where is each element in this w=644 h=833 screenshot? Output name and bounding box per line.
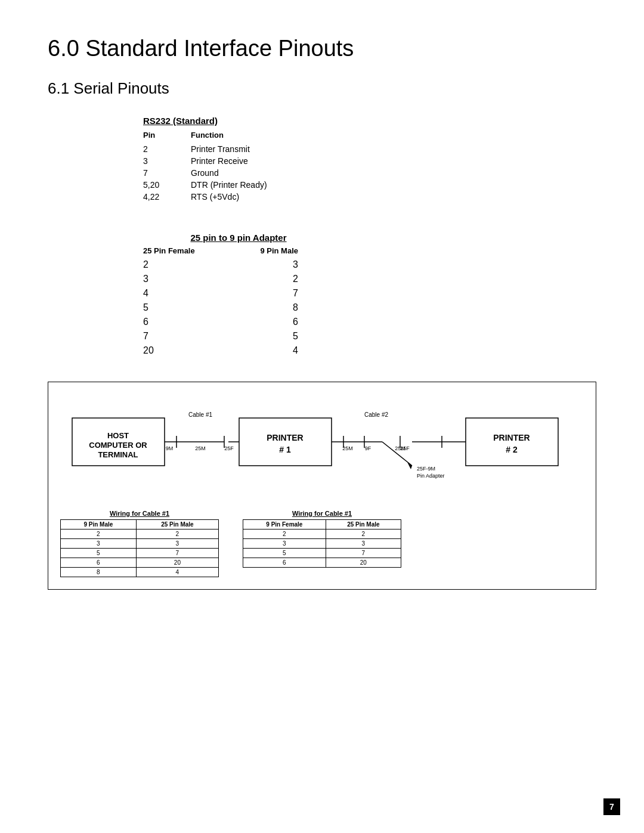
- adapter-col1: 4: [143, 288, 227, 299]
- adapter-rows: 233247586675204: [143, 258, 334, 358]
- wiring-row: 33: [243, 539, 401, 549]
- svg-text:9F: 9F: [365, 445, 371, 451]
- wiring-row: 620: [243, 558, 401, 568]
- adapter-col1-header: 25 Pin Female: [143, 246, 227, 255]
- adapter-row: 75: [143, 329, 334, 343]
- adapter-row: 66: [143, 315, 334, 329]
- wiring-cable1-table: 9 Pin Male 25 Pin Male 22335762084: [60, 519, 219, 577]
- adapter-section: 25 pin to 9 pin Adapter 25 Pin Female 9 …: [143, 233, 596, 358]
- svg-text:9M: 9M: [166, 445, 174, 451]
- adapter-headers: 25 Pin Female 9 Pin Male: [143, 246, 334, 255]
- main-title: 6.0 Standard Interface Pinouts: [48, 36, 596, 61]
- svg-text:PRINTER: PRINTER: [493, 433, 530, 442]
- svg-marker-25: [407, 462, 412, 469]
- section-title: 6.1 Serial Pinouts: [48, 79, 596, 98]
- rs232-pin: 5,20: [143, 179, 191, 191]
- diagram-svg: HOST COMPUTER OR TERMINAL Cable #1 9M 25…: [60, 400, 597, 496]
- wiring-row: 57: [243, 549, 401, 558]
- adapter-col1: 7: [143, 331, 227, 342]
- svg-text:COMPUTER OR: COMPUTER OR: [89, 441, 147, 450]
- rs232-section: RS232 (Standard) Pin Function 2Printer T…: [143, 116, 596, 203]
- rs232-function: DTR (Printer Ready): [191, 179, 394, 191]
- adapter-col2: 4: [227, 345, 298, 356]
- page-number: 7: [603, 798, 620, 815]
- wiring-row: 84: [61, 568, 219, 577]
- rs232-title: RS232 (Standard): [143, 116, 596, 126]
- svg-text:25F-9M: 25F-9M: [417, 466, 435, 472]
- page: 6.0 Standard Interface Pinouts 6.1 Seria…: [0, 0, 644, 833]
- adapter-row: 23: [143, 258, 334, 272]
- adapter-col1: 6: [143, 317, 227, 327]
- rs232-function: Printer Transmit: [191, 143, 394, 155]
- adapter-col2-header: 9 Pin Male: [227, 246, 298, 255]
- adapter-title: 25 pin to 9 pin Adapter: [143, 233, 334, 243]
- svg-text:25F: 25F: [400, 445, 410, 451]
- adapter-col2: 2: [227, 274, 298, 284]
- svg-text:25M: 25M: [195, 445, 206, 451]
- rs232-pin: 3: [143, 155, 191, 167]
- rs232-function: Printer Receive: [191, 155, 394, 167]
- rs232-table: Pin Function 2Printer Transmit3Printer R…: [143, 129, 394, 203]
- svg-text:PRINTER: PRINTER: [267, 433, 303, 442]
- rs232-pin: 2: [143, 143, 191, 155]
- wiring-cable1b-col1-header: 9 Pin Female: [243, 520, 326, 529]
- rs232-row: 3Printer Receive: [143, 155, 394, 167]
- adapter-col1: 20: [143, 345, 227, 356]
- wiring-row: 33: [61, 539, 219, 549]
- svg-text:HOST: HOST: [107, 431, 129, 440]
- rs232-function: Ground: [191, 167, 394, 179]
- wiring-cable1-section: Wiring for Cable #1 9 Pin Male 25 Pin Ma…: [60, 510, 219, 577]
- rs232-pin: 7: [143, 167, 191, 179]
- rs232-pin: 4,22: [143, 191, 191, 203]
- diagram-box: HOST COMPUTER OR TERMINAL Cable #1 9M 25…: [48, 382, 596, 590]
- svg-text:# 2: # 2: [506, 445, 518, 454]
- rs232-row: 4,22RTS (+5Vdc): [143, 191, 394, 203]
- adapter-row: 32: [143, 272, 334, 286]
- adapter-col1: 3: [143, 274, 227, 284]
- adapter-row: 58: [143, 301, 334, 315]
- wiring-row: 22: [243, 529, 401, 539]
- wiring-cable1-col2-header: 25 Pin Male: [136, 520, 218, 529]
- wiring-cable1-title: Wiring for Cable #1: [60, 510, 219, 517]
- adapter-col1: 5: [143, 302, 227, 313]
- rs232-col-function: Function: [191, 129, 394, 143]
- wiring-cable1b-col2-header: 25 Pin Male: [326, 520, 401, 529]
- wiring-cable1b-title: Wiring for Cable #1: [243, 510, 401, 517]
- wiring-cable1b-section: Wiring for Cable #1 9 Pin Female 25 Pin …: [243, 510, 401, 577]
- svg-text:Pin Adapter: Pin Adapter: [417, 473, 445, 479]
- wiring-cable1b-table: 9 Pin Female 25 Pin Male 223357620: [243, 519, 401, 568]
- svg-text:25M: 25M: [342, 445, 353, 451]
- adapter-col2: 8: [227, 302, 298, 313]
- rs232-row: 7Ground: [143, 167, 394, 179]
- wiring-area: Wiring for Cable #1 9 Pin Male 25 Pin Ma…: [60, 510, 584, 577]
- wiring-row: 620: [61, 558, 219, 568]
- wiring-row: 57: [61, 549, 219, 558]
- svg-text:Cable #2: Cable #2: [364, 411, 388, 418]
- adapter-col1: 2: [143, 259, 227, 270]
- adapter-col2: 7: [227, 288, 298, 299]
- adapter-row: 47: [143, 286, 334, 301]
- svg-text:Cable #1: Cable #1: [188, 411, 212, 418]
- rs232-col-pin: Pin: [143, 129, 191, 143]
- adapter-row: 204: [143, 343, 334, 358]
- svg-text:# 1: # 1: [279, 445, 291, 454]
- adapter-col2: 5: [227, 331, 298, 342]
- svg-text:25F: 25F: [224, 445, 234, 451]
- wiring-row: 22: [61, 529, 219, 539]
- wiring-cable1-col1-header: 9 Pin Male: [61, 520, 137, 529]
- adapter-col2: 6: [227, 317, 298, 327]
- rs232-row: 5,20DTR (Printer Ready): [143, 179, 394, 191]
- svg-text:TERMINAL: TERMINAL: [98, 450, 138, 459]
- rs232-function: RTS (+5Vdc): [191, 191, 394, 203]
- rs232-row: 2Printer Transmit: [143, 143, 394, 155]
- adapter-col2: 3: [227, 259, 298, 270]
